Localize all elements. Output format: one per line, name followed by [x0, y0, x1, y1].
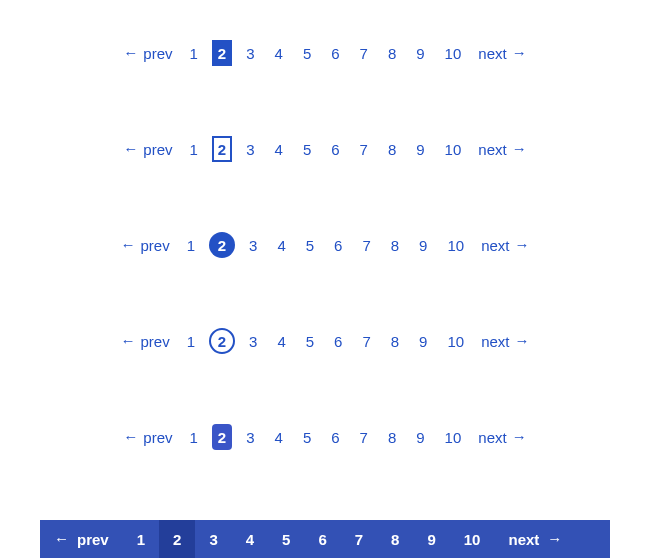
page-7[interactable]: 7 — [354, 136, 374, 162]
next-label: next — [508, 532, 539, 547]
page-1[interactable]: 1 — [184, 424, 204, 450]
page-4[interactable]: 4 — [271, 232, 291, 258]
page-5[interactable]: 5 — [297, 424, 317, 450]
next-label: next — [478, 430, 506, 445]
next-label: next — [478, 46, 506, 61]
page-9[interactable]: 9 — [410, 424, 430, 450]
page-6[interactable]: 6 — [325, 40, 345, 66]
page-5[interactable]: 5 — [300, 232, 320, 258]
arrow-left-icon: ← — [121, 237, 136, 252]
page-6[interactable]: 6 — [325, 424, 345, 450]
page-9[interactable]: 9 — [410, 136, 430, 162]
page-3[interactable]: 3 — [243, 328, 263, 354]
arrow-right-icon: → — [512, 45, 527, 60]
page-8[interactable]: 8 — [382, 136, 402, 162]
arrow-left-icon: ← — [121, 333, 136, 348]
page-8[interactable]: 8 — [385, 328, 405, 354]
page-7[interactable]: 7 — [354, 40, 374, 66]
page-10[interactable]: 10 — [439, 40, 468, 66]
next-button[interactable]: next→ — [478, 328, 532, 354]
prev-button[interactable]: ←prev — [120, 40, 175, 66]
page-7[interactable]: 7 — [356, 328, 376, 354]
page-2[interactable]: 2 — [212, 424, 232, 450]
page-1[interactable]: 1 — [181, 328, 201, 354]
page-4[interactable]: 4 — [269, 424, 289, 450]
page-1[interactable]: 1 — [181, 232, 201, 258]
page-3[interactable]: 3 — [243, 232, 263, 258]
page-6[interactable]: 6 — [304, 520, 340, 558]
arrow-right-icon: → — [512, 141, 527, 156]
pagination-outline-circle: ←prev12345678910next→ — [40, 328, 610, 354]
page-9[interactable]: 9 — [413, 328, 433, 354]
page-7[interactable]: 7 — [341, 520, 377, 558]
arrow-right-icon: → — [514, 333, 529, 348]
prev-label: prev — [141, 334, 170, 349]
page-5[interactable]: 5 — [268, 520, 304, 558]
page-1[interactable]: 1 — [123, 520, 159, 558]
page-3[interactable]: 3 — [195, 520, 231, 558]
page-5[interactable]: 5 — [297, 136, 317, 162]
page-4[interactable]: 4 — [232, 520, 268, 558]
page-4[interactable]: 4 — [269, 40, 289, 66]
pagination-solid-circle: ←prev12345678910next→ — [40, 232, 610, 258]
page-8[interactable]: 8 — [385, 232, 405, 258]
page-4[interactable]: 4 — [269, 136, 289, 162]
pagination-bar-wrapper: ←prev12345678910next→ — [0, 520, 650, 558]
page-3[interactable]: 3 — [240, 40, 260, 66]
page-2[interactable]: 2 — [209, 232, 235, 258]
page-10[interactable]: 10 — [439, 136, 468, 162]
prev-label: prev — [143, 430, 172, 445]
next-button[interactable]: next→ — [475, 136, 529, 162]
page-6[interactable]: 6 — [328, 232, 348, 258]
page-1[interactable]: 1 — [184, 40, 204, 66]
page-10[interactable]: 10 — [439, 424, 468, 450]
page-10[interactable]: 10 — [441, 328, 470, 354]
prev-label: prev — [141, 238, 170, 253]
page-10[interactable]: 10 — [450, 520, 495, 558]
page-10[interactable]: 10 — [441, 232, 470, 258]
pagination-outline-square: ←prev12345678910next→ — [40, 136, 610, 162]
page-6[interactable]: 6 — [325, 136, 345, 162]
page-8[interactable]: 8 — [377, 520, 413, 558]
page-5[interactable]: 5 — [300, 328, 320, 354]
next-label: next — [481, 238, 509, 253]
prev-button[interactable]: ←prev — [40, 520, 123, 558]
page-3[interactable]: 3 — [240, 136, 260, 162]
next-button[interactable]: next→ — [475, 424, 529, 450]
next-label: next — [481, 334, 509, 349]
page-9[interactable]: 9 — [413, 232, 433, 258]
page-2[interactable]: 2 — [159, 520, 195, 558]
prev-label: prev — [143, 46, 172, 61]
page-8[interactable]: 8 — [382, 40, 402, 66]
pagination-rounded: ←prev12345678910next→ — [40, 424, 610, 450]
arrow-left-icon: ← — [123, 429, 138, 444]
page-7[interactable]: 7 — [356, 232, 376, 258]
prev-button[interactable]: ←prev — [120, 136, 175, 162]
arrow-left-icon: ← — [123, 141, 138, 156]
page-2[interactable]: 2 — [212, 136, 232, 162]
next-button[interactable]: next→ — [475, 40, 529, 66]
page-4[interactable]: 4 — [271, 328, 291, 354]
page-6[interactable]: 6 — [328, 328, 348, 354]
arrow-left-icon: ← — [54, 531, 69, 546]
page-2[interactable]: 2 — [209, 328, 235, 354]
pagination-examples: ←prev12345678910next→ ←prev12345678910ne… — [0, 0, 650, 450]
page-5[interactable]: 5 — [297, 40, 317, 66]
prev-button[interactable]: ←prev — [118, 328, 173, 354]
next-button[interactable]: next→ — [494, 520, 576, 558]
page-3[interactable]: 3 — [240, 424, 260, 450]
prev-button[interactable]: ←prev — [118, 232, 173, 258]
next-label: next — [478, 142, 506, 157]
page-8[interactable]: 8 — [382, 424, 402, 450]
page-9[interactable]: 9 — [413, 520, 449, 558]
arrow-right-icon: → — [547, 531, 562, 546]
page-9[interactable]: 9 — [410, 40, 430, 66]
prev-button[interactable]: ←prev — [120, 424, 175, 450]
page-7[interactable]: 7 — [354, 424, 374, 450]
arrow-left-icon: ← — [123, 45, 138, 60]
pagination-dark-bar: ←prev12345678910next→ — [40, 520, 610, 558]
page-1[interactable]: 1 — [184, 136, 204, 162]
arrow-right-icon: → — [514, 237, 529, 252]
next-button[interactable]: next→ — [478, 232, 532, 258]
page-2[interactable]: 2 — [212, 40, 232, 66]
